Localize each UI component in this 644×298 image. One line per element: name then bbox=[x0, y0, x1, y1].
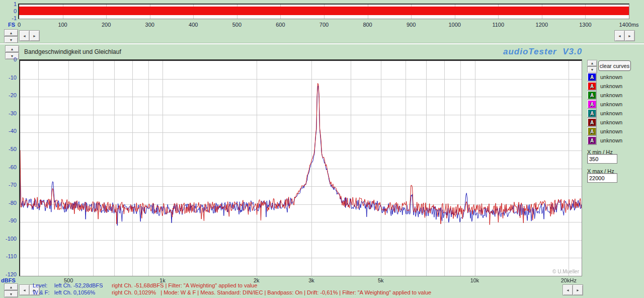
legend-label: unknown bbox=[600, 119, 622, 125]
spin-down-icon[interactable]: ▼ bbox=[4, 290, 18, 297]
time-tick-label: 600 bbox=[276, 22, 285, 28]
level-label: Level: bbox=[33, 282, 47, 288]
spectrum-y-tick-label: -80 bbox=[0, 200, 17, 206]
x-max-input[interactable] bbox=[587, 173, 617, 183]
time-tick-label: 1300 bbox=[579, 22, 591, 28]
legend-swatch-button-1[interactable]: A bbox=[587, 82, 597, 91]
spin-up-icon[interactable]: ▲ bbox=[587, 60, 597, 66]
wf-left-value: left Ch. 0,1056% bbox=[54, 289, 95, 295]
audiotester-window: 1 0 -1 FS 010020030040050060070080090010… bbox=[0, 0, 644, 298]
title-spinner[interactable]: ▲ ▼ bbox=[5, 45, 18, 57]
right-arrow-icon: ► bbox=[576, 288, 580, 292]
left-arrow-icon: ◄ bbox=[23, 288, 26, 292]
spectrum-y-tick-label: -100 bbox=[0, 236, 17, 242]
legend-label: unknown bbox=[600, 101, 622, 107]
legend-swatch-button-6[interactable]: A bbox=[587, 127, 597, 136]
strip-y-label-0: 0 bbox=[0, 8, 17, 14]
strip-y-label-1: 1 bbox=[0, 1, 17, 7]
strip-scroll-right-button[interactable]: ► bbox=[29, 30, 40, 41]
spin-up-icon[interactable]: ▲ bbox=[4, 29, 18, 36]
spectrum-x-tick-label: 3k bbox=[308, 277, 314, 283]
spectrum-y-tick-label: -110 bbox=[0, 253, 17, 259]
spectrum-y-tick-label: -120 bbox=[0, 271, 17, 277]
legend-row: Aunknown bbox=[587, 82, 622, 91]
strip-scroll-left-button[interactable]: ◄ bbox=[19, 30, 30, 41]
spectrum-canvas bbox=[20, 61, 582, 276]
time-strip-plot bbox=[18, 4, 629, 19]
dbfs-unit-label: dBFS bbox=[1, 277, 16, 283]
spectrum-y-tick-label: -40 bbox=[0, 128, 17, 134]
legend-row: Aunknown bbox=[587, 118, 622, 127]
time-tick-label: 1100 bbox=[492, 22, 504, 28]
wf-right-value: right Ch. 0,1029% | Mode: W & F | Meas. … bbox=[112, 289, 431, 295]
legend-row: Aunknown bbox=[587, 72, 622, 82]
time-tick-label: 700 bbox=[319, 22, 329, 28]
level-left-value: left Ch. -52,28dBFS bbox=[54, 282, 103, 288]
right-arrow-icon: ► bbox=[33, 34, 36, 38]
time-tick-label: 300 bbox=[145, 22, 154, 28]
spectrum-x-tick-label: 5k bbox=[378, 277, 384, 283]
bottom-right-scroll-right-button[interactable]: ► bbox=[573, 284, 583, 295]
legend-swatch-button-2[interactable]: A bbox=[587, 91, 597, 100]
time-tick-label: 900 bbox=[407, 22, 416, 28]
legend-row: Aunknown bbox=[587, 127, 622, 136]
strip-right-scroll-left-button[interactable]: ◄ bbox=[614, 30, 625, 41]
spectrum-y-tick-label: -50 bbox=[0, 146, 17, 152]
legend-label: unknown bbox=[600, 92, 622, 98]
status-scroll-left-button[interactable]: ◄ bbox=[19, 284, 30, 295]
spectrum-y-tick-label: -60 bbox=[0, 164, 17, 170]
time-tick-label: 800 bbox=[363, 22, 372, 28]
left-arrow-icon: ◄ bbox=[566, 288, 570, 292]
time-tick-label: 1400ms bbox=[619, 22, 638, 28]
wf-label: W & F: bbox=[33, 289, 50, 295]
left-arrow-icon: ◄ bbox=[23, 34, 26, 38]
legend-swatch-button-7[interactable]: A bbox=[587, 136, 597, 145]
spectrum-y-tick-label: -90 bbox=[0, 217, 17, 224]
panel-divider bbox=[0, 43, 644, 44]
legend-swatch-button-5[interactable]: A bbox=[587, 118, 597, 127]
time-tick-label: 200 bbox=[102, 22, 111, 28]
sidebar-spinner[interactable]: ▲ ▼ bbox=[587, 60, 596, 71]
spectrum-y-tick-label: -20 bbox=[0, 92, 17, 98]
spectrum-y-tick-label: -30 bbox=[0, 110, 17, 116]
time-tick-label: 1000 bbox=[448, 22, 460, 28]
spectrum-y-tick-label: -70 bbox=[0, 182, 17, 188]
spectrum-x-tick-label: 10k bbox=[470, 277, 479, 283]
legend-label: unknown bbox=[600, 83, 622, 89]
spectrum-y-tick-label: -10 bbox=[0, 74, 17, 81]
spectrum-y-tick-label: 0 bbox=[0, 56, 17, 62]
time-tick-label: 400 bbox=[189, 22, 198, 28]
clear-curves-button[interactable]: clear curves bbox=[598, 60, 631, 71]
time-tick-label: 1200 bbox=[536, 22, 548, 28]
legend-swatch-button-3[interactable]: A bbox=[587, 100, 597, 109]
spin-up-icon[interactable]: ▲ bbox=[4, 283, 18, 290]
spin-down-icon[interactable]: ▼ bbox=[4, 36, 18, 43]
legend-row: Aunknown bbox=[587, 136, 622, 145]
spectrum-plot: © U.Mueller bbox=[19, 59, 582, 276]
time-tick-label: 0 bbox=[18, 22, 21, 28]
app-logo: audioTester V3.0 bbox=[503, 47, 580, 57]
copyright-note: © U.Mueller bbox=[552, 269, 579, 274]
legend-label: unknown bbox=[600, 128, 622, 134]
legend-row: Aunknown bbox=[587, 91, 622, 100]
strip-right-scroll-right-button[interactable]: ► bbox=[624, 30, 635, 41]
legend-label: unknown bbox=[600, 110, 622, 116]
level-right-value: right Ch. -51,68dBFS | Filter: "A Weight… bbox=[112, 282, 257, 288]
legend-label: unknown bbox=[600, 137, 622, 143]
strip-vertical-spinner[interactable]: ▲ ▼ bbox=[4, 29, 17, 41]
status-spinner[interactable]: ▲ ▼ bbox=[4, 283, 17, 295]
x-min-input[interactable] bbox=[587, 154, 617, 164]
bottom-right-scroll-left-button[interactable]: ◄ bbox=[562, 284, 573, 295]
chart-title: Bandgeschwindigkeit und Gleichlauf bbox=[24, 48, 121, 55]
legend-label: unknown bbox=[600, 74, 622, 80]
strip-y-label-m1: -1 bbox=[0, 15, 17, 21]
legend-swatch-button-4[interactable]: A bbox=[587, 109, 597, 118]
spin-up-icon[interactable]: ▲ bbox=[5, 45, 19, 52]
legend-swatch-button-0[interactable]: A bbox=[587, 72, 597, 82]
curve-legend: AunknownAunknownAunknownAunknownAunknown… bbox=[587, 72, 622, 145]
right-arrow-icon: ► bbox=[628, 34, 631, 38]
fs-unit-label: FS bbox=[8, 22, 15, 28]
time-tick-label: 100 bbox=[58, 22, 67, 28]
spectrum-x-tick-label: 20kHz bbox=[561, 277, 577, 283]
waveform-level-band bbox=[19, 7, 629, 15]
